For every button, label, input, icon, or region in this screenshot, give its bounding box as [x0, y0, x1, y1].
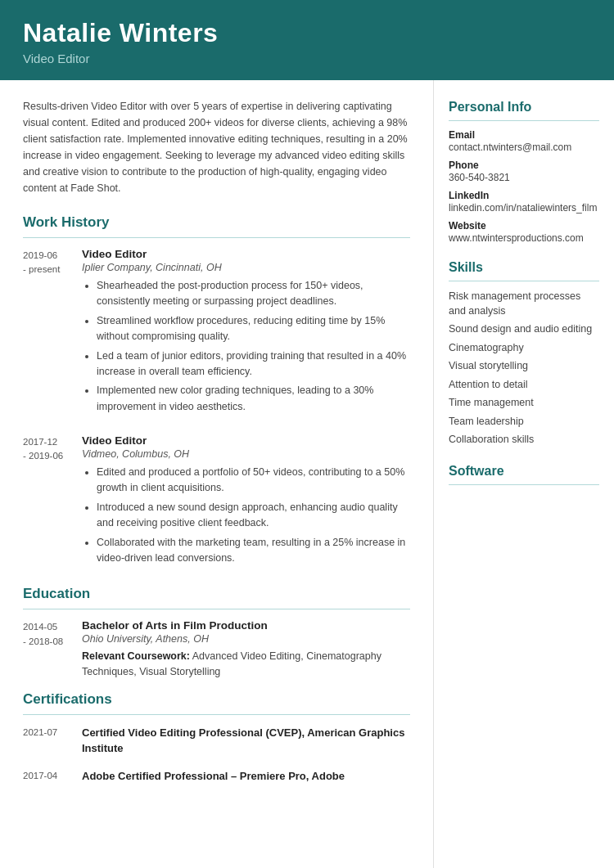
linkedin-label: LinkedIn: [449, 190, 599, 201]
skill-item: Collaboration skills: [449, 433, 599, 447]
personal-info-title: Personal Info: [449, 100, 599, 115]
edu-degree-1: Bachelor of Arts in Film Production: [82, 619, 410, 632]
work-bullet: Introduced a new sound design approach, …: [97, 500, 410, 532]
work-history-section: Work History 2019-06- present Video Edit…: [23, 214, 410, 569]
work-bullet: Implemented new color grading techniques…: [97, 383, 410, 415]
work-bullet: Led a team of junior editors, providing …: [97, 349, 410, 380]
edu-entry-1: 2014-05- 2018-08 Bachelor of Arts in Fil…: [23, 619, 410, 680]
resume-page: Natalie Winters Video Editor Results-dri…: [0, 0, 614, 868]
skills-divider: [449, 281, 599, 281]
skills-section: Skills Risk management processes and ana…: [449, 260, 599, 447]
skill-item: Cinematography: [449, 341, 599, 356]
certifications-title: Certifications: [23, 691, 410, 708]
certifications-section: Certifications 2021-07 Certified Video E…: [23, 691, 410, 785]
email-label: Email: [449, 129, 599, 141]
candidate-name: Natalie Winters: [23, 18, 591, 48]
work-date-2: 2017-12- 2019-06: [23, 434, 82, 569]
website-value: www.ntwintersproductions.com: [449, 232, 599, 244]
edu-school-1: Ohio University, Athens, OH: [82, 633, 410, 645]
resume-header: Natalie Winters Video Editor: [0, 0, 614, 80]
work-bullet: Edited and produced a portfolio of 50+ v…: [97, 465, 410, 497]
work-bullets-2: Edited and produced a portfolio of 50+ v…: [82, 465, 410, 566]
skill-item: Attention to detail: [449, 378, 599, 393]
work-entry-2: 2017-12- 2019-06 Video Editor Vidmeo, Co…: [23, 434, 410, 569]
education-divider: [23, 609, 410, 609]
candidate-title: Video Editor: [23, 52, 591, 65]
summary-text: Results-driven Video Editor with over 5 …: [23, 98, 410, 196]
work-title-1: Video Editor: [82, 248, 410, 260]
cert-details-1: Certified Video Editing Professional (CV…: [82, 725, 410, 757]
sidebar-column: Personal Info Email contact.ntwinters@ma…: [434, 80, 614, 868]
edu-coursework-1: Relevant Coursework: Advanced Video Edit…: [82, 649, 410, 680]
work-details-2: Video Editor Vidmeo, Columbus, OH Edited…: [82, 434, 410, 569]
software-title: Software: [449, 464, 599, 479]
phone-label: Phone: [449, 160, 599, 171]
edu-date-1: 2014-05- 2018-08: [23, 619, 82, 680]
work-history-title: Work History: [23, 214, 410, 231]
work-title-2: Video Editor: [82, 434, 410, 447]
work-history-divider: [23, 237, 410, 238]
software-section: Software: [449, 464, 599, 485]
personal-info-section: Personal Info Email contact.ntwinters@ma…: [449, 100, 599, 244]
work-bullet: Collaborated with the marketing team, re…: [97, 535, 410, 567]
resume-body: Results-driven Video Editor with over 5 …: [0, 80, 614, 868]
skill-item: Time management: [449, 396, 599, 411]
cert-name-2: Adobe Certified Professional – Premiere …: [82, 768, 410, 785]
work-company-2: Vidmeo, Columbus, OH: [82, 448, 410, 460]
certifications-divider: [23, 714, 410, 715]
edu-details-1: Bachelor of Arts in Film Production Ohio…: [82, 619, 410, 680]
skill-item: Visual storytelling: [449, 359, 599, 374]
email-value: contact.ntwinters@mail.com: [449, 142, 599, 153]
work-details-1: Video Editor Iplier Company, Cincinnati,…: [82, 248, 410, 418]
work-entry-1: 2019-06- present Video Editor Iplier Com…: [23, 248, 410, 418]
education-section: Education 2014-05- 2018-08 Bachelor of A…: [23, 586, 410, 680]
cert-details-2: Adobe Certified Professional – Premiere …: [82, 768, 410, 785]
skill-item: Risk management processes and analysis: [449, 290, 599, 318]
skill-item: Sound design and audio editing: [449, 322, 599, 337]
work-bullets-1: Shearheaded the post-production process …: [82, 278, 410, 415]
website-label: Website: [449, 220, 599, 232]
skills-title: Skills: [449, 260, 599, 275]
linkedin-value: linkedin.com/in/nataliewinters_film: [449, 202, 599, 214]
personal-info-divider: [449, 120, 599, 121]
work-date-1: 2019-06- present: [23, 248, 82, 418]
cert-date-1: 2021-07: [23, 725, 82, 757]
skill-item: Team leadership: [449, 415, 599, 430]
cert-entry-1: 2021-07 Certified Video Editing Professi…: [23, 725, 410, 757]
cert-date-2: 2017-04: [23, 768, 82, 785]
software-divider: [449, 484, 599, 485]
cert-entry-2: 2017-04 Adobe Certified Professional – P…: [23, 768, 410, 785]
main-column: Results-driven Video Editor with over 5 …: [0, 80, 434, 868]
phone-value: 360-540-3821: [449, 172, 599, 183]
work-bullet: Streamlined workflow procedures, reducin…: [97, 313, 410, 345]
work-company-1: Iplier Company, Cincinnati, OH: [82, 262, 410, 273]
education-title: Education: [23, 586, 410, 602]
cert-name-1: Certified Video Editing Professional (CV…: [82, 725, 410, 757]
work-bullet: Shearheaded the post-production process …: [97, 278, 410, 310]
